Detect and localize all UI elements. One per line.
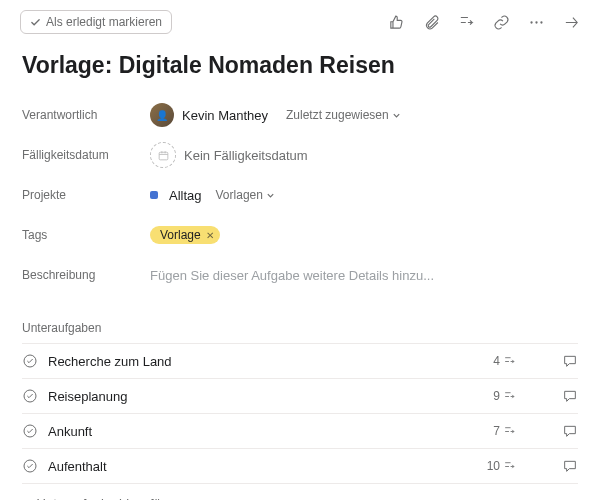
description-label: Beschreibung [22, 268, 150, 282]
attachment-icon[interactable] [423, 14, 440, 31]
tag-remove-icon[interactable]: ✕ [206, 230, 214, 241]
subtask-count[interactable]: 4 [493, 354, 516, 368]
tags-label: Tags [22, 228, 150, 242]
subtask-name: Recherche zum Land [48, 354, 483, 369]
plus-icon: + [22, 496, 30, 500]
subtasks-heading: Unteraufgaben [22, 321, 578, 343]
add-subtask-button[interactable]: + Unteraufgabe hinzufügen [22, 484, 578, 500]
subtask-icon[interactable] [458, 14, 475, 31]
assignee-value[interactable]: 👤 Kevin Manthey [150, 103, 268, 127]
collapse-icon[interactable] [563, 14, 580, 31]
projects-row: Projekte Alltag Vorlagen [22, 175, 578, 215]
task-title[interactable]: Vorlage: Digitale Nomaden Reisen [0, 40, 600, 95]
svg-rect-3 [159, 152, 168, 160]
subtask-row[interactable]: Reiseplanung9 [22, 378, 578, 413]
check-circle-icon[interactable] [22, 388, 38, 404]
tag-text: Vorlage [160, 228, 201, 242]
project-column-dropdown[interactable]: Vorlagen [216, 188, 275, 202]
svg-point-2 [540, 21, 542, 23]
subtask-row[interactable]: Aufenthalt10 [22, 448, 578, 484]
subtask-count[interactable]: 7 [493, 424, 516, 438]
subtask-name: Aufenthalt [48, 459, 477, 474]
calendar-icon [150, 142, 176, 168]
mark-complete-label: Als erledigt markieren [46, 15, 162, 29]
check-circle-icon[interactable] [22, 353, 38, 369]
subtask-count[interactable]: 9 [493, 389, 516, 403]
check-circle-icon[interactable] [22, 458, 38, 474]
project-chip[interactable]: Alltag [150, 188, 202, 203]
svg-point-1 [535, 21, 537, 23]
tags-row: Tags Vorlage ✕ [22, 215, 578, 255]
comment-icon[interactable] [562, 423, 578, 439]
due-date-value[interactable]: Kein Fälligkeitsdatum [150, 142, 308, 168]
add-subtask-label: Unteraufgabe hinzufügen [37, 496, 183, 500]
thumbs-up-icon[interactable] [388, 14, 405, 31]
link-icon[interactable] [493, 14, 510, 31]
avatar: 👤 [150, 103, 174, 127]
check-icon [30, 17, 41, 28]
chevron-down-icon [266, 191, 275, 200]
description-row: Beschreibung Fügen Sie dieser Aufgabe we… [22, 255, 578, 295]
projects-label: Projekte [22, 188, 150, 202]
subtask-row[interactable]: Ankunft7 [22, 413, 578, 448]
more-icon[interactable] [528, 14, 545, 31]
toolbar-actions [388, 14, 580, 31]
description-field[interactable]: Fügen Sie dieser Aufgabe weitere Details… [150, 268, 434, 283]
project-name: Alltag [169, 188, 202, 203]
comment-icon[interactable] [562, 458, 578, 474]
due-date-row: Fälligkeitsdatum Kein Fälligkeitsdatum [22, 135, 578, 175]
tag-pill[interactable]: Vorlage ✕ [150, 226, 220, 244]
project-color-dot [150, 191, 158, 199]
subtask-row[interactable]: Recherche zum Land4 [22, 343, 578, 378]
comment-icon[interactable] [562, 388, 578, 404]
svg-point-0 [530, 21, 532, 23]
chevron-down-icon [392, 111, 401, 120]
recently-assigned-link[interactable]: Zuletzt zugewiesen [286, 108, 401, 122]
comment-icon[interactable] [562, 353, 578, 369]
assignee-row: Verantwortlich 👤 Kevin Manthey Zuletzt z… [22, 95, 578, 135]
subtask-name: Reiseplanung [48, 389, 483, 404]
assignee-name: Kevin Manthey [182, 108, 268, 123]
subtask-count[interactable]: 10 [487, 459, 516, 473]
subtask-name: Ankunft [48, 424, 483, 439]
mark-complete-button[interactable]: Als erledigt markieren [20, 10, 172, 34]
assignee-label: Verantwortlich [22, 108, 150, 122]
check-circle-icon[interactable] [22, 423, 38, 439]
due-date-label: Fälligkeitsdatum [22, 148, 150, 162]
